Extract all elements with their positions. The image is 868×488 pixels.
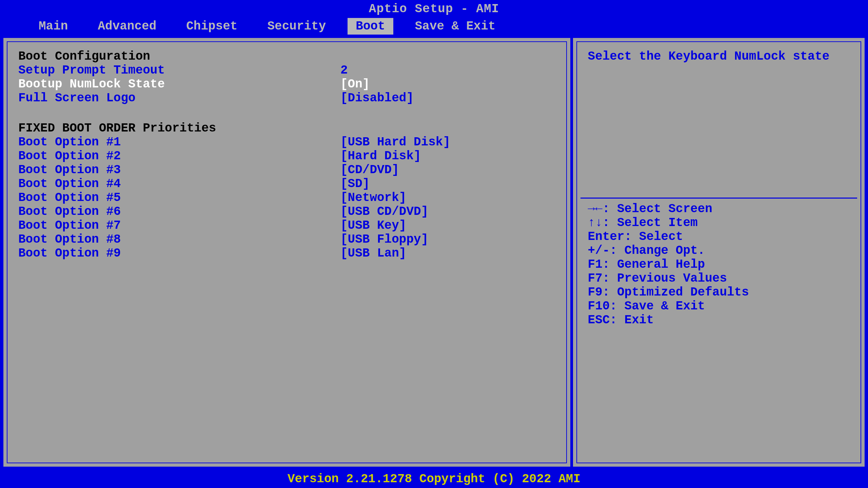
options-panel: Boot Configuration Setup Prompt Timeout … [3,38,570,467]
option-label: Boot Option #8 [18,232,340,246]
bios-setup-screen: Aptio Setup - AMI Main Advanced Chipset … [0,0,868,488]
option-label: Boot Option #9 [18,246,340,260]
option-setup-prompt-timeout[interactable]: Setup Prompt Timeout 2 [18,63,555,77]
help-description: Select the Keyboard NumLock state [588,49,850,63]
tab-chipset[interactable]: Chipset [178,18,245,35]
option-value: [USB Key] [340,219,406,232]
key-change-opt: +/-: Change Opt. [588,244,850,258]
option-label: Boot Option #3 [18,163,340,177]
option-bootup-numlock-state[interactable]: Bootup NumLock State [On] [18,77,555,91]
option-label: Bootup NumLock State [18,77,340,91]
option-boot-4[interactable]: Boot Option #4 [SD] [18,177,555,191]
tab-boot[interactable]: Boot [348,18,393,35]
option-value: [USB Floppy] [340,232,428,246]
help-key-legend: →←: Select Screen ↑↓: Select Item Enter:… [588,202,850,327]
menu-bar: Main Advanced Chipset Security Boot Save… [0,18,868,35]
option-boot-2[interactable]: Boot Option #2 [Hard Disk] [18,149,555,163]
key-general-help: F1: General Help [588,258,850,271]
tab-security[interactable]: Security [259,18,334,35]
option-value: [CD/DVD] [340,163,399,177]
help-divider [580,198,857,199]
option-value: [USB Lan] [340,246,406,260]
option-boot-7[interactable]: Boot Option #7 [USB Key] [18,219,555,232]
option-value: [Network] [340,191,406,205]
key-esc-exit: ESC: Exit [588,313,850,327]
option-label: Setup Prompt Timeout [18,63,340,77]
option-label: Boot Option #4 [18,177,340,191]
key-optimized-defaults: F9: Optimized Defaults [588,285,850,299]
option-value: [USB CD/DVD] [340,205,428,219]
tab-advanced[interactable]: Advanced [90,18,164,35]
option-full-screen-logo[interactable]: Full Screen Logo [Disabled] [18,91,555,105]
option-label: Boot Option #2 [18,149,340,163]
option-boot-8[interactable]: Boot Option #8 [USB Floppy] [18,232,555,246]
main-content-area: Boot Configuration Setup Prompt Timeout … [0,35,868,470]
option-value: [On] [340,77,370,91]
option-boot-3[interactable]: Boot Option #3 [CD/DVD] [18,163,555,177]
section-boot-config-header: Boot Configuration [18,49,555,63]
option-value: [Disabled] [340,91,414,105]
key-select-screen: →←: Select Screen [588,202,850,216]
tab-save-exit[interactable]: Save & Exit [407,18,504,35]
option-boot-1[interactable]: Boot Option #1 [USB Hard Disk] [18,135,555,149]
help-panel: Select the Keyboard NumLock state →←: Se… [573,38,865,467]
option-value: [Hard Disk] [340,149,421,163]
key-save-exit: F10: Save & Exit [588,299,850,313]
option-value: [SD] [340,177,370,191]
option-label: Boot Option #5 [18,191,340,205]
option-value: 2 [340,63,348,77]
option-label: Boot Option #6 [18,205,340,219]
option-label: Boot Option #7 [18,219,340,232]
key-select: Enter: Select [588,230,850,244]
section-boot-order-header: FIXED BOOT ORDER Priorities [18,121,555,135]
key-previous-values: F7: Previous Values [588,271,850,285]
option-label: Full Screen Logo [18,91,340,105]
key-select-item: ↑↓: Select Item [588,216,850,230]
title-bar: Aptio Setup - AMI [0,0,868,18]
footer-bar: Version 2.21.1278 Copyright (C) 2022 AMI [0,470,868,488]
option-boot-6[interactable]: Boot Option #6 [USB CD/DVD] [18,205,555,219]
option-boot-9[interactable]: Boot Option #9 [USB Lan] [18,246,555,260]
tab-main[interactable]: Main [31,18,76,35]
option-label: Boot Option #1 [18,135,340,149]
option-value: [USB Hard Disk] [340,135,450,149]
option-boot-5[interactable]: Boot Option #5 [Network] [18,191,555,205]
